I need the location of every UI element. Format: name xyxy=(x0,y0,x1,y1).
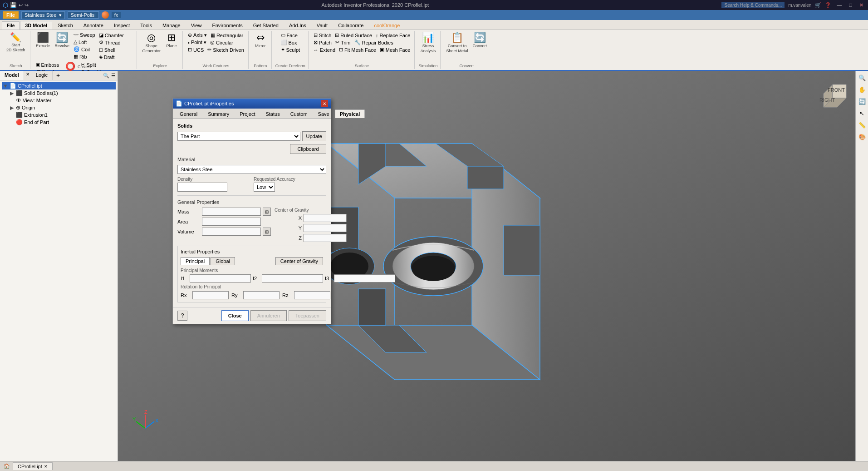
i2-input[interactable]: 380,159 kg mm xyxy=(262,274,323,283)
right-btn-measure[interactable]: 📏 xyxy=(857,120,867,130)
cog-x-input[interactable]: -0,000 mm (Relativ) xyxy=(304,214,347,222)
btn-box[interactable]: ⬜ Box xyxy=(280,39,299,46)
btn-draft[interactable]: ◈ Draft xyxy=(98,54,125,60)
btn-fitmeshface[interactable]: ⊡ Fit Mesh Face xyxy=(338,46,378,53)
tab-sketch[interactable]: Sketch xyxy=(53,21,78,30)
solids-select[interactable]: The Part xyxy=(177,132,300,141)
material-selector[interactable]: Stainless Steel ▾ xyxy=(21,11,65,19)
i1-input[interactable]: 362,111 kg mm xyxy=(190,274,251,283)
btn-sweep[interactable]: 〰 Sweep xyxy=(72,32,97,38)
formula-bar[interactable]: fx xyxy=(112,12,121,18)
area-input[interactable]: 18841,150 mm^2 ( xyxy=(202,218,261,226)
btn-shapegenerator[interactable]: ◎ ShapeGenerator xyxy=(141,32,163,55)
btn-convert[interactable]: 🔄 Convert xyxy=(471,32,489,50)
tab-view[interactable]: View xyxy=(186,21,207,30)
cart-icon[interactable]: 🛒 xyxy=(815,2,821,8)
close-btn[interactable]: Close xyxy=(221,310,249,321)
volume-input[interactable]: 103219,028 mm^3 xyxy=(202,228,261,236)
quick-save[interactable]: 💾 xyxy=(10,2,17,8)
dialog-tab-summary[interactable]: Summary xyxy=(203,109,234,118)
toepassen-btn[interactable]: Toepassen xyxy=(289,310,326,321)
tab-manage[interactable]: Manage xyxy=(157,21,186,30)
btn-stitch[interactable]: ⊟ Stitch xyxy=(312,32,333,39)
tree-item-cprofiel[interactable]: ▼ 📄 CProfiel.ipt xyxy=(2,82,116,89)
tree-item-extrusion1[interactable]: ⬛ Extrusion1 xyxy=(2,111,116,119)
sidebar-tab-close[interactable]: ✕ xyxy=(24,71,31,80)
btn-emboss[interactable]: ▣ Emboss xyxy=(34,61,62,68)
help-icon[interactable]: ❓ xyxy=(825,2,831,8)
btn-extend[interactable]: ↔ Extend xyxy=(312,46,337,53)
btn-stressanalysis[interactable]: 📊 StressAnalysis xyxy=(419,32,438,55)
inertial-tab-cog[interactable]: Center of Gravity xyxy=(275,257,323,265)
sidebar-tab-logic[interactable]: Logic xyxy=(31,71,53,80)
doc-tab-close[interactable]: ✕ xyxy=(44,464,48,469)
file-menu[interactable]: File xyxy=(3,11,19,19)
btn-ucs[interactable]: ⊡ UCS xyxy=(186,46,205,53)
cog-z-input[interactable]: -0,000 mm (Relativ) xyxy=(304,234,347,242)
clipboard-btn[interactable]: Clipboard xyxy=(290,144,326,154)
tab-coolorange[interactable]: coolOrange xyxy=(369,21,405,30)
btn-repairbodies[interactable]: 🔧 Repair Bodies xyxy=(353,39,395,46)
doc-tab-cprofiel[interactable]: CProfiel.ipt ✕ xyxy=(13,462,53,470)
tab-getstarted[interactable]: Get Started xyxy=(248,21,284,30)
btn-shell[interactable]: ◻ Shell xyxy=(98,46,125,53)
inertial-tab-global[interactable]: Global xyxy=(211,257,235,265)
home-btn[interactable]: 🏠 xyxy=(2,462,12,470)
btn-coil[interactable]: 🌀 Coil xyxy=(72,46,97,53)
btn-ruledsurface[interactable]: ⊞ Ruled Surface xyxy=(333,32,373,39)
btn-rib[interactable]: ▦ Rib xyxy=(72,53,97,60)
dialog-close-btn[interactable]: ✕ xyxy=(321,100,328,107)
redo-btn[interactable]: ↪ xyxy=(25,2,29,8)
tab-addins[interactable]: Add-Ins xyxy=(284,21,311,30)
tab-vault[interactable]: Vault xyxy=(312,21,333,30)
close-btn[interactable]: ✕ xyxy=(858,2,865,8)
mass-input[interactable]: 0,826 kg (Relative) xyxy=(202,208,261,216)
search-icon[interactable]: 🔍 xyxy=(103,73,109,79)
btn-rectangular[interactable]: ▦ Rectangular xyxy=(209,32,245,39)
btn-extrude[interactable]: ⬛ Extrude xyxy=(34,32,52,50)
maximize-btn[interactable]: □ xyxy=(847,2,854,8)
settings-icon[interactable]: ☰ xyxy=(111,73,116,79)
mass-icon-btn[interactable]: ⊞ xyxy=(263,208,271,216)
dialog-tab-save[interactable]: Save xyxy=(313,109,334,118)
undo-btn[interactable]: ↩ xyxy=(19,2,23,8)
dialog-tab-project[interactable]: Project xyxy=(235,109,260,118)
nav-cube[interactable]: FRONT RIGHT xyxy=(814,75,851,112)
ry-input[interactable]: 0,00 deg (Relat) xyxy=(243,291,280,299)
volume-icon-btn[interactable]: ⊞ xyxy=(263,228,271,236)
btn-start2dsketch[interactable]: ✏️ Start2D Sketch xyxy=(5,32,27,54)
i3-input[interactable]: 362,111 kg mm xyxy=(334,274,395,283)
btn-circular[interactable]: ◎ Circular xyxy=(209,39,235,46)
tree-item-viewmaster[interactable]: 👁 View: Master xyxy=(2,97,116,104)
btn-trim[interactable]: ✂ Trim xyxy=(334,39,352,46)
btn-loft[interactable]: △ Loft xyxy=(72,39,97,45)
right-btn-select[interactable]: ↖ xyxy=(857,108,867,118)
tab-environments[interactable]: Environments xyxy=(207,21,247,30)
btn-mirror[interactable]: ⇔ Mirror xyxy=(252,32,269,50)
btn-face[interactable]: ▭ Face xyxy=(280,32,299,39)
sidebar-tab-add[interactable]: + xyxy=(54,71,63,80)
right-btn-zoom[interactable]: 🔍 xyxy=(857,73,867,83)
btn-chamfer[interactable]: ◪ Chamfer xyxy=(98,32,125,39)
update-btn[interactable]: Update xyxy=(302,131,326,141)
inertial-tab-principal[interactable]: Principal xyxy=(181,257,210,265)
viewport[interactable]: FRONT RIGHT X Y Z 📄 CProfiel. xyxy=(118,71,855,461)
tree-item-solidbodies[interactable]: ▶ ⬛ Solid Bodies(1) xyxy=(2,89,116,97)
tab-inspect[interactable]: Inspect xyxy=(109,21,135,30)
tab-file[interactable]: File xyxy=(2,21,20,30)
btn-replaceface[interactable]: ↕ Replace Face xyxy=(374,32,412,39)
tree-item-origin[interactable]: ▶ ⊕ Origin xyxy=(2,104,116,111)
density-input[interactable]: 8,000 g/cm^3 xyxy=(177,183,227,192)
btn-meshface[interactable]: ▣ Mesh Face xyxy=(378,46,412,53)
btn-axis[interactable]: ⊕ Axis ▾ xyxy=(186,32,208,39)
minimize-btn[interactable]: — xyxy=(835,2,843,8)
btn-plane[interactable]: ⊞ Plane xyxy=(163,32,180,50)
tab-3dmodel[interactable]: 3D Model xyxy=(20,21,52,30)
dialog-tab-custom[interactable]: Custom xyxy=(285,109,313,118)
tab-tools[interactable]: Tools xyxy=(135,21,157,30)
btn-converttosheetmetal[interactable]: 📋 Convert toSheet Metal xyxy=(444,32,470,55)
right-btn-appearance[interactable]: 🎨 xyxy=(857,132,867,142)
tree-item-endofpart[interactable]: 🔴 End of Part xyxy=(2,119,116,126)
dialog-tab-physical[interactable]: Physical xyxy=(335,109,365,118)
right-btn-pan[interactable]: ✋ xyxy=(857,84,867,94)
